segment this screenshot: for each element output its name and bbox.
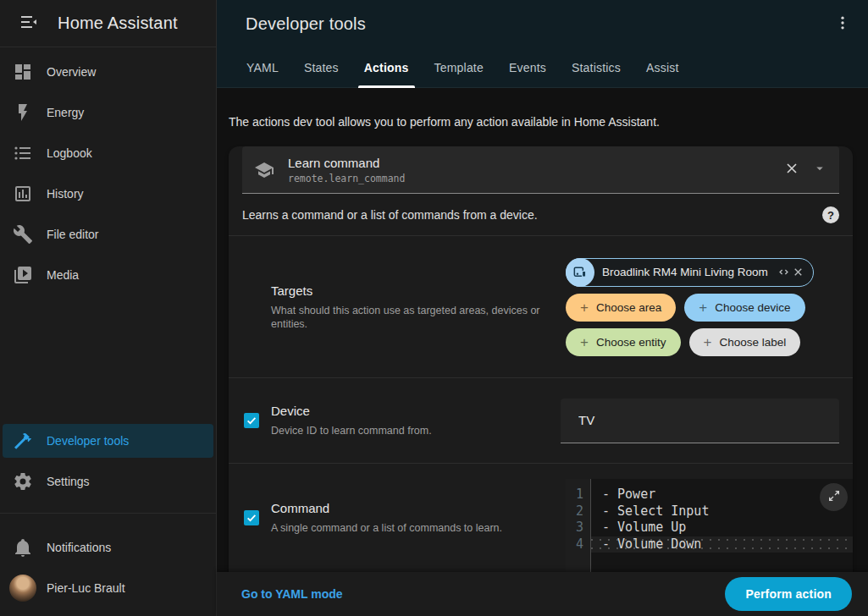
plus-icon: +: [704, 335, 712, 349]
sidebar-item-logbook[interactable]: Logbook: [0, 133, 216, 173]
tab-statistics[interactable]: Statistics: [559, 47, 633, 88]
main-panel: Developer tools YAML States Actions Temp…: [217, 0, 868, 616]
sidebar-item-developer-tools[interactable]: Developer tools: [3, 424, 213, 458]
school-icon: [254, 160, 274, 180]
sidebar-item-user[interactable]: Pier-Luc Brault: [0, 568, 216, 608]
play-box-multiple-icon: [13, 265, 33, 285]
tab-events[interactable]: Events: [496, 47, 559, 88]
user-name: Pier-Luc Brault: [47, 581, 125, 595]
device-input[interactable]: [561, 413, 839, 427]
targets-section: Targets What should this action use as t…: [229, 236, 853, 377]
expand-icon: [827, 489, 841, 505]
sidebar-item-history[interactable]: History: [0, 173, 216, 214]
gear-icon: [13, 471, 33, 492]
service-select[interactable]: Learn command remote.learn_command: [242, 146, 839, 194]
command-section: Command A single command or a list of co…: [229, 464, 853, 572]
service-name: Learn command: [288, 156, 783, 170]
intro-text: The actions dev tool allows you to perfo…: [229, 115, 856, 129]
choose-label-button[interactable]: + Choose label: [689, 328, 801, 356]
device-section: Device Device ID to learn command from.: [229, 378, 853, 463]
sidebar-spacer: [0, 295, 216, 424]
action-footer: Go to YAML mode Perform action: [217, 572, 868, 616]
code-line: - Volume Up: [591, 520, 853, 536]
perform-action-button[interactable]: Perform action: [725, 577, 852, 611]
service-id: remote.learn_command: [288, 173, 783, 184]
wrench-icon: [13, 224, 33, 245]
tab-states[interactable]: States: [291, 47, 351, 88]
choose-entity-label: Choose entity: [596, 336, 666, 349]
tab-yaml[interactable]: YAML: [234, 47, 291, 88]
service-description: Learns a command or a list of commands f…: [242, 208, 822, 222]
line-number: 3: [566, 520, 590, 536]
tab-actions[interactable]: Actions: [351, 47, 422, 88]
tab-assist[interactable]: Assist: [633, 47, 692, 88]
chart-box-icon: [13, 184, 33, 204]
choose-label-label: Choose label: [719, 336, 786, 349]
sidebar-tools: Developer tools Settings: [0, 424, 216, 502]
service-description-row: Learns a command or a list of commands f…: [229, 194, 853, 235]
device-title: Device: [271, 404, 523, 418]
code-line: - Volume Down: [591, 536, 853, 553]
line-number: 2: [566, 503, 590, 520]
menu-toggle-button[interactable]: [14, 7, 44, 40]
app-title: Home Assistant: [58, 14, 178, 33]
sidebar-item-media[interactable]: Media: [0, 255, 216, 295]
clear-service-icon[interactable]: [783, 160, 800, 180]
device-description: Device ID to learn command from.: [271, 424, 523, 437]
targets-description: What should this action use as targeted …: [271, 304, 550, 331]
remove-target-icon[interactable]: [792, 266, 804, 278]
editor-gutter: 1 2 3 4: [566, 479, 591, 572]
tab-template[interactable]: Template: [422, 47, 496, 88]
tab-bar: YAML States Actions Template Events Stat…: [217, 47, 868, 88]
menu-open-icon: [19, 12, 39, 35]
command-title: Command: [271, 501, 523, 515]
sidebar-nav: Overview Energy Logbook History File edi…: [0, 47, 216, 295]
choose-area-label: Choose area: [596, 301, 661, 314]
choose-entity-button[interactable]: + Choose entity: [566, 328, 681, 356]
sidebar-item-label: Settings: [47, 475, 90, 488]
action-card: Learn command remote.learn_command Learn…: [229, 146, 853, 572]
chevron-down-icon[interactable]: [812, 161, 827, 179]
sidebar-item-energy[interactable]: Energy: [0, 92, 216, 133]
help-icon[interactable]: ?: [822, 206, 839, 223]
go-to-yaml-mode-link[interactable]: Go to YAML mode: [241, 587, 343, 601]
sidebar-item-label: Logbook: [47, 146, 92, 160]
expand-editor-button[interactable]: [820, 483, 848, 511]
sidebar-header: Home Assistant: [0, 0, 216, 47]
sidebar-item-label: File editor: [47, 228, 98, 241]
yaml-code-editor[interactable]: 1 2 3 4 - Power - Select Input - Volume …: [566, 479, 853, 572]
view-dashboard-icon: [13, 62, 33, 82]
code-line: - Power: [591, 487, 853, 503]
sidebar-divider: [0, 513, 216, 514]
app-header: Developer tools YAML States Actions Temp…: [217, 0, 868, 88]
page-title: Developer tools: [246, 14, 829, 34]
target-device-chip[interactable]: Broadlink RM4 Mini Living Room: [566, 258, 814, 287]
command-checkbox[interactable]: [244, 510, 259, 525]
device-input-wrap: [561, 399, 839, 443]
bell-icon: [13, 537, 33, 558]
plus-icon: +: [699, 300, 707, 315]
sidebar-item-settings[interactable]: Settings: [0, 461, 216, 502]
choose-device-label: Choose device: [715, 301, 790, 314]
overflow-menu-button[interactable]: [829, 9, 856, 39]
sidebar-item-file-editor[interactable]: File editor: [0, 214, 216, 255]
content-area: The actions dev tool allows you to perfo…: [217, 88, 868, 572]
lightning-bolt-icon: [13, 102, 33, 123]
code-tags-icon[interactable]: [777, 266, 790, 278]
code-line: - Select Input: [591, 503, 853, 520]
choose-area-button[interactable]: + Choose area: [566, 294, 676, 322]
targets-title: Targets: [271, 283, 550, 298]
line-number: 1: [566, 487, 590, 503]
sidebar-item-notifications[interactable]: Notifications: [0, 527, 216, 568]
user-avatar: [9, 575, 36, 602]
command-description: A single command or a list of commands t…: [271, 521, 523, 535]
sidebar-item-overview[interactable]: Overview: [0, 52, 216, 92]
sidebar-item-label: Developer tools: [47, 434, 129, 448]
format-list-icon: [13, 143, 33, 163]
target-chip-label: Broadlink RM4 Mini Living Room: [602, 266, 768, 278]
editor-code-area[interactable]: - Power - Select Input - Volume Up - Vol…: [591, 479, 853, 572]
sidebar-item-label: History: [47, 187, 84, 201]
sidebar-item-label: Energy: [47, 106, 84, 119]
choose-device-button[interactable]: + Choose device: [684, 294, 804, 322]
device-checkbox[interactable]: [244, 413, 259, 428]
